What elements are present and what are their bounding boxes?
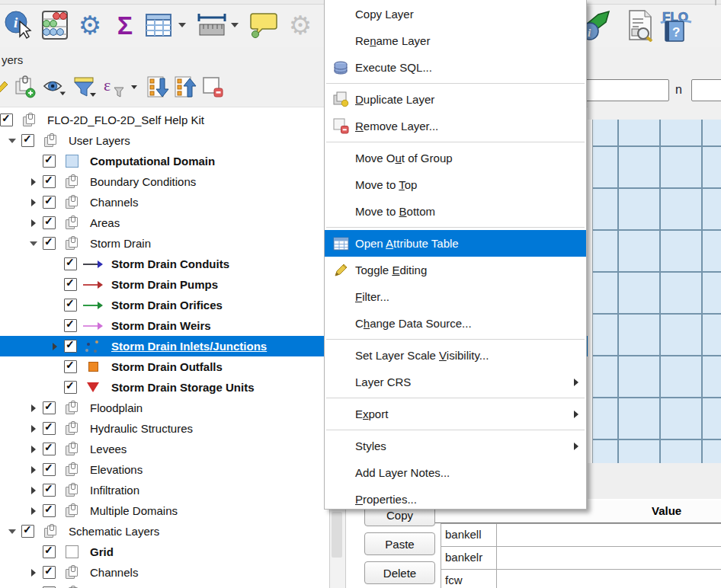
group-icon <box>60 236 83 251</box>
expand-closed-icon[interactable] <box>29 423 39 433</box>
filter-expression-dropdown-icon[interactable] <box>131 85 137 89</box>
layer-styling-icon[interactable] <box>0 75 12 99</box>
expand-open-icon[interactable] <box>29 238 39 248</box>
layer-visibility-checkbox[interactable] <box>43 566 56 579</box>
layer-visibility-checkbox[interactable] <box>43 422 56 435</box>
menu-item-styles[interactable]: Styles <box>325 433 586 459</box>
measure-icon[interactable] <box>195 8 229 43</box>
field-calculator-icon[interactable] <box>38 8 72 43</box>
menu-item-filter[interactable]: Filter... <box>325 283 586 310</box>
expand-closed-icon[interactable] <box>29 506 39 516</box>
menu-item-duplicate-layer[interactable]: Duplicate Layer <box>325 86 586 113</box>
menu-item-remove-layer[interactable]: Remove Layer... <box>325 113 586 139</box>
layer-visibility-checkbox[interactable] <box>43 155 56 168</box>
menu-item-properties[interactable]: Properties... <box>325 486 586 513</box>
manage-map-themes-icon[interactable] <box>43 75 66 99</box>
add-group-icon[interactable] <box>14 75 37 99</box>
layer-label: Areas <box>90 216 120 229</box>
expand-closed-icon[interactable] <box>29 177 39 187</box>
delete-button[interactable]: Delete <box>364 561 435 584</box>
paste-button[interactable]: Paste <box>364 532 435 555</box>
layer-visibility-checkbox[interactable] <box>64 360 77 373</box>
layer-visibility-checkbox[interactable] <box>64 299 77 312</box>
menu-item-label: Toggle Editing <box>355 264 427 276</box>
menu-item-layer-crs[interactable]: Layer CRS <box>325 369 586 395</box>
filter-by-expression-icon[interactable]: ε <box>102 75 128 99</box>
expand-closed-icon[interactable] <box>29 218 39 228</box>
expand-closed-icon[interactable] <box>50 341 60 351</box>
layer-label: Storm Drain Pumps <box>111 278 218 291</box>
parameter-field-1[interactable] <box>574 79 669 101</box>
expand-open-icon[interactable] <box>8 526 18 536</box>
arrow-icon <box>82 318 104 334</box>
menu-item-label: Properties... <box>355 493 417 506</box>
identify-features-icon[interactable]: i <box>2 8 35 43</box>
expand-closed-icon[interactable] <box>29 465 39 475</box>
layer-visibility-checkbox[interactable] <box>64 257 77 270</box>
layer-visibility-checkbox[interactable] <box>64 278 77 291</box>
attribute-value-cell[interactable] <box>496 523 721 547</box>
layer-visibility-checkbox[interactable] <box>64 340 77 353</box>
group-icon <box>39 133 62 149</box>
attribute-name-cell[interactable]: bankelr <box>441 546 497 570</box>
expand-open-icon[interactable] <box>8 136 18 145</box>
layer-label: Channels <box>90 566 138 579</box>
menu-item-move-out-of-group[interactable]: Move Out of Group <box>325 145 586 171</box>
options-gear-icon[interactable]: ⚙ <box>73 8 107 43</box>
scrollbar-thumb[interactable] <box>332 512 342 558</box>
layer-visibility-checkbox[interactable] <box>21 525 34 538</box>
menu-item-copy-layer[interactable]: Copy Layer <box>325 1 586 27</box>
menu-separator <box>325 139 586 145</box>
remove-layer-group-icon[interactable] <box>201 75 224 99</box>
expand-closed-icon[interactable] <box>29 567 39 577</box>
statistical-summary-icon[interactable]: Σ <box>108 8 142 43</box>
expand-closed-icon[interactable] <box>29 444 39 454</box>
parameter-field-2[interactable] <box>691 79 721 101</box>
attribute-name-cell[interactable]: bankell <box>441 523 497 547</box>
map-tips-icon[interactable] <box>247 8 280 43</box>
layer-visibility-checkbox[interactable] <box>21 134 34 147</box>
menu-item-label: Rename Layer <box>355 34 430 47</box>
layer-visibility-checkbox[interactable] <box>43 504 56 517</box>
layer-visibility-checkbox[interactable] <box>43 196 56 209</box>
menu-item-change-data-source[interactable]: Change Data Source... <box>325 310 586 337</box>
review-document-icon[interactable] <box>622 8 657 43</box>
expand-closed-icon[interactable] <box>29 485 39 495</box>
attribute-value-cell[interactable] <box>496 569 721 588</box>
menu-item-move-to-bottom[interactable]: Move to Bottom <box>325 198 586 225</box>
layer-visibility-checkbox[interactable] <box>43 443 56 455</box>
layer-label: Storm Drain Weirs <box>111 319 211 332</box>
expand-closed-icon[interactable] <box>29 197 39 207</box>
menu-item-rename-layer[interactable]: Rename Layer <box>325 27 586 54</box>
menu-item-add-layer-notes[interactable]: Add Layer Notes... <box>325 459 586 486</box>
filter-legend-icon[interactable] <box>73 75 96 99</box>
menu-item-export[interactable]: Export <box>325 401 586 427</box>
group-icon <box>60 442 83 457</box>
flo2d-help-icon[interactable]: FLO ? <box>657 8 695 43</box>
collapse-all-icon[interactable] <box>174 75 197 99</box>
layer-visibility-checkbox[interactable] <box>43 484 56 497</box>
layer-visibility-checkbox[interactable] <box>64 381 77 394</box>
vertical-scrollbar[interactable] <box>329 509 346 588</box>
measure-dropdown-icon[interactable] <box>231 23 239 27</box>
menu-item-set-layer-scale-visibility[interactable]: Set Layer Scale Visibility... <box>325 342 586 369</box>
layer-visibility-checkbox[interactable] <box>43 545 56 558</box>
menu-item-toggle-editing[interactable]: Toggle Editing <box>325 257 586 283</box>
expand-all-icon[interactable] <box>146 75 169 99</box>
layer-visibility-checkbox[interactable] <box>43 237 56 250</box>
expand-closed-icon[interactable] <box>29 403 39 413</box>
attribute-table-dropdown-icon[interactable] <box>178 23 186 27</box>
menu-item-execute-sql[interactable]: Execute SQL... <box>325 54 586 81</box>
menu-item-open-attribute-table[interactable]: Open Attribute Table <box>325 230 586 257</box>
open-attribute-table-toolbar-icon[interactable] <box>142 8 175 43</box>
attribute-name-cell[interactable]: fcw <box>441 569 497 588</box>
layer-visibility-checkbox[interactable] <box>0 113 13 126</box>
menu-item-move-to-top[interactable]: Move to Top <box>325 171 586 198</box>
layer-visibility-checkbox[interactable] <box>43 463 56 476</box>
layer-visibility-checkbox[interactable] <box>43 216 56 229</box>
map-canvas-grid[interactable] <box>592 120 721 463</box>
layer-visibility-checkbox[interactable] <box>43 175 56 188</box>
layer-visibility-checkbox[interactable] <box>64 319 77 332</box>
attribute-value-cell[interactable] <box>496 546 721 570</box>
layer-visibility-checkbox[interactable] <box>43 401 56 414</box>
